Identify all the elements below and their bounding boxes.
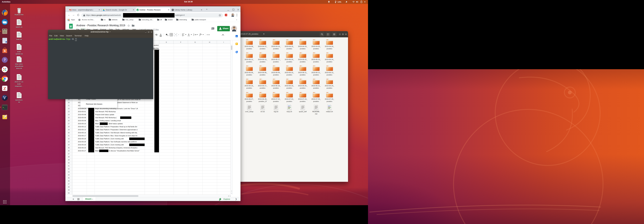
svg-text:S: S bbox=[156, 34, 157, 36]
svg-text:14%: 14% bbox=[338, 1, 341, 3]
svg-text:31: 31 bbox=[236, 36, 237, 37]
svg-text:Z: Z bbox=[3, 86, 6, 91]
svg-text:A: A bbox=[4, 49, 6, 52]
svg-text:?: ? bbox=[4, 58, 6, 62]
svg-text:0: 0 bbox=[70, 10, 71, 11]
svg-text:>_: >_ bbox=[3, 107, 5, 109]
svg-text:A: A bbox=[160, 33, 162, 36]
